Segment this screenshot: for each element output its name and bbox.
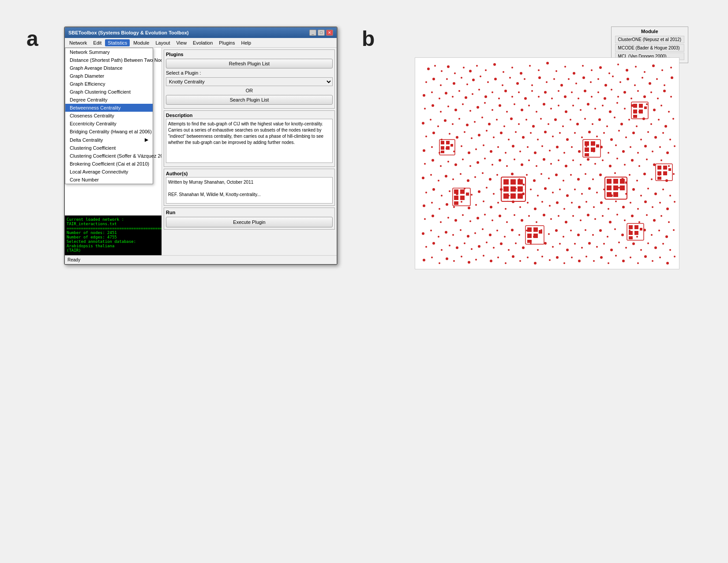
svg-point-300 (599, 174, 602, 176)
svg-rect-548 (527, 234, 532, 238)
menu-graph-clustering[interactable]: Graph Clustering Coefficient (65, 88, 153, 96)
svg-point-45 (524, 78, 525, 80)
svg-point-418 (452, 234, 454, 236)
maximize-button[interactable]: □ (318, 30, 325, 36)
svg-point-99 (643, 95, 646, 98)
svg-point-272 (646, 159, 648, 160)
menu-distance[interactable]: Distance (Shortest Path) Between Two Nod… (65, 56, 153, 64)
svg-point-105 (432, 104, 434, 107)
menu-local-avg[interactable]: Local Average Connectivity (65, 168, 153, 176)
menu-view[interactable]: View (173, 39, 189, 46)
search-plugin-btn[interactable]: Search Plugin List (166, 95, 333, 105)
svg-point-458 (493, 247, 495, 249)
svg-point-222 (534, 151, 537, 154)
plugin-select[interactable]: Knotty Centrality (166, 77, 333, 86)
menu-bridging[interactable]: Bridging Centrality (Hwang et al 2006) (65, 128, 153, 136)
refresh-plugin-btn[interactable]: Refresh Plugin List (166, 59, 333, 68)
svg-point-452 (449, 245, 450, 246)
menu-graph-avg-distance[interactable]: Graph Average Distance (65, 64, 153, 72)
svg-point-42 (502, 84, 503, 86)
menu-plugins[interactable]: Plugins (216, 39, 237, 46)
menu-evolation[interactable]: Evolation (190, 39, 215, 46)
svg-rect-586 (657, 171, 661, 175)
svg-point-469 (574, 243, 576, 245)
svg-rect-566 (607, 192, 612, 197)
svg-point-387 (477, 217, 479, 219)
svg-point-393 (521, 219, 523, 222)
svg-point-268 (616, 158, 618, 159)
svg-point-409 (638, 221, 640, 223)
menu-clustering-coeff[interactable]: Clustering Coefficient (65, 144, 153, 152)
svg-point-288 (511, 173, 514, 175)
svg-point-386 (469, 220, 471, 222)
menu-delta[interactable]: Delta Centrality▶ (65, 136, 153, 144)
svg-point-49 (553, 78, 555, 80)
svg-point-166 (628, 119, 630, 121)
menu-brokering[interactable]: Brokering Coefficient (Cai et al 2010) (65, 160, 153, 168)
svg-point-438 (599, 229, 602, 232)
svg-point-255 (521, 163, 523, 166)
svg-point-340 (640, 195, 642, 196)
authors-text: Written by Murray Shanahan, October 2011… (166, 177, 333, 204)
menu-betweenness[interactable]: Betweenness Centrality (65, 104, 153, 112)
svg-point-431 (548, 233, 550, 235)
svg-point-368 (593, 206, 595, 208)
menu-graph-diameter[interactable]: Graph Diameter (65, 72, 153, 80)
svg-point-499 (541, 256, 543, 257)
svg-rect-541 (518, 193, 523, 199)
menu-degree-centrality[interactable]: Degree Centrality (65, 96, 153, 104)
menu-module[interactable]: Module (131, 39, 152, 46)
svg-point-208 (431, 146, 433, 148)
menu-network-summary[interactable]: Network Summary (65, 48, 153, 56)
menu-core-number[interactable]: Core Number (65, 176, 153, 184)
module-item-1[interactable]: ClusterONE (Nepusz et al 2012) (615, 36, 684, 43)
svg-point-110 (469, 110, 471, 112)
svg-point-165 (620, 123, 623, 125)
svg-point-20 (582, 65, 584, 67)
menu-eccentricity[interactable]: Eccentricity Centrality (65, 120, 153, 128)
svg-point-502 (563, 262, 565, 264)
svg-point-440 (614, 228, 616, 230)
svg-point-113 (492, 109, 493, 111)
svg-rect-519 (441, 141, 444, 144)
minimize-button[interactable]: _ (309, 30, 316, 36)
svg-point-286 (496, 174, 498, 176)
menu-graph-efficiency[interactable]: Graph Efficiency (65, 80, 153, 88)
close-button[interactable]: ✕ (326, 30, 333, 36)
svg-rect-565 (620, 185, 625, 190)
svg-point-73 (472, 93, 473, 95)
svg-point-392 (514, 214, 515, 216)
menu-layout[interactable]: Layout (153, 39, 173, 46)
execute-plugin-btn[interactable]: Execute Plugin (166, 217, 333, 227)
svg-point-423 (489, 234, 492, 236)
svg-point-79 (511, 96, 513, 98)
svg-point-471 (588, 242, 591, 245)
svg-point-278 (438, 180, 439, 181)
svg-point-296 (570, 174, 572, 176)
svg-point-319 (486, 187, 488, 189)
menu-statistics[interactable]: Statistics (105, 39, 130, 46)
menu-network[interactable]: Network (67, 39, 90, 46)
svg-point-98 (637, 90, 639, 92)
svg-point-43 (509, 77, 511, 79)
authors-title: Author(s) (166, 171, 333, 176)
menu-closeness[interactable]: Closeness Centrality (65, 112, 153, 120)
svg-point-327 (544, 187, 547, 190)
svg-point-500 (549, 259, 551, 261)
svg-point-115 (506, 111, 508, 113)
svg-rect-570 (633, 104, 637, 108)
svg-point-249 (477, 161, 479, 164)
svg-point-12 (511, 67, 513, 68)
svg-point-227 (571, 146, 573, 148)
svg-point-367 (585, 201, 587, 203)
svg-point-490 (475, 259, 477, 261)
svg-point-262 (572, 159, 574, 161)
svg-point-328 (552, 192, 554, 193)
menu-clustering-soffer[interactable]: Clustering Coefficient (Soffer & Vázquez… (65, 152, 153, 160)
svg-point-94 (611, 89, 612, 91)
menu-help[interactable]: Help (238, 39, 254, 46)
menu-edit[interactable]: Edit (90, 39, 104, 46)
module-item-2[interactable]: MCODE (Bader & Hogue 2003) (615, 44, 684, 52)
svg-point-453 (456, 246, 458, 249)
svg-point-481 (662, 243, 664, 245)
